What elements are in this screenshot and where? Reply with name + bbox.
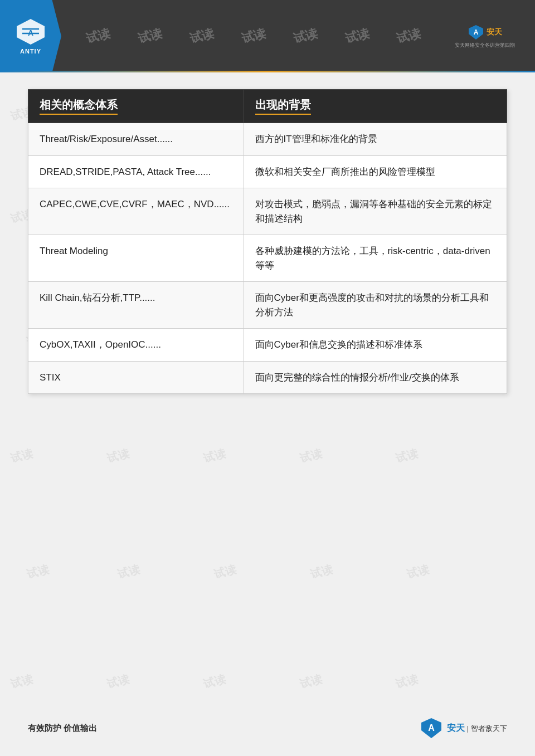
table-row: Threat/Risk/Exposure/Asset......西方的IT管理和… xyxy=(28,123,507,156)
body-watermark-17: 试读 xyxy=(105,446,131,466)
body-watermark-24: 试读 xyxy=(309,562,334,582)
table-cell-right: 对攻击模式，脆弱点，漏洞等各种基础的安全元素的标定和描述结构 xyxy=(244,188,507,235)
table-cell-left: DREAD,STRIDE,PASTA, Attack Tree...... xyxy=(28,155,244,188)
body-watermark-20: 试读 xyxy=(395,446,420,466)
wm-1: 试读 xyxy=(84,25,112,47)
table-cell-left: Threat Modeling xyxy=(28,235,244,282)
body-watermark-27: 试读 xyxy=(105,671,131,691)
company-subtitle: 安天网络安全冬训营第四期 xyxy=(455,42,515,49)
concept-table: 相关的概念体系 出现的背景 Threat/Risk/Exposure/Asset… xyxy=(28,89,507,394)
table-row: CAPEC,CWE,CVE,CVRF，MAEC，NVD......对攻击模式，脆… xyxy=(28,188,507,235)
wm-7: 试读 xyxy=(395,25,422,47)
logo-box: A ANTIY xyxy=(0,0,61,72)
table-cell-right: 面向Cyber和更高强度的攻击和对抗的场景的分析工具和分析方法 xyxy=(244,282,507,329)
header-watermarks: 试读 试读 试读 试读 试读 试读 试读 xyxy=(61,28,446,45)
table-row: STIX面向更完整的综合性的情报分析/作业/交换的体系 xyxy=(28,361,507,394)
body-watermark-16: 试读 xyxy=(9,446,35,466)
col2-header: 出现的背景 xyxy=(244,90,507,123)
table-row: Kill Chain,钻石分析,TTP......面向Cyber和更高强度的攻击… xyxy=(28,282,507,329)
table-cell-left: CybOX,TAXII，OpenIOC...... xyxy=(28,329,244,362)
table-row: DREAD,STRIDE,PASTA, Attack Tree......微软和… xyxy=(28,155,507,188)
wm-4: 试读 xyxy=(240,25,268,47)
body-watermark-23: 试读 xyxy=(212,562,238,582)
footer-left-text: 有效防护 价值输出 xyxy=(28,723,97,734)
company-name: 安天 xyxy=(487,27,502,37)
svg-text:A: A xyxy=(474,28,479,36)
header-brand: A 安天 xyxy=(468,24,502,41)
wm-6: 试读 xyxy=(343,25,371,47)
body-watermark-18: 试读 xyxy=(202,446,227,466)
wm-5: 试读 xyxy=(291,25,319,47)
footer-slogan-text: 智者敌天下 xyxy=(471,724,507,734)
table-cell-right: 各种威胁建模的方法论，工具，risk-centric，data-driven等等 xyxy=(244,235,507,282)
body-watermark-26: 试读 xyxy=(9,671,35,691)
table-cell-left: CAPEC,CWE,CVE,CVRF，MAEC，NVD...... xyxy=(28,188,244,235)
body-watermark-29: 试读 xyxy=(298,671,324,691)
table-cell-right: 面向更完整的综合性的情报分析/作业/交换的体系 xyxy=(244,361,507,394)
footer: 有效防护 价值输出 A 安天 | 智者敌天下 xyxy=(28,717,507,739)
body-watermark-30: 试读 xyxy=(395,671,420,691)
footer-antiy-text: 安天 xyxy=(447,723,465,734)
table-cell-left: Kill Chain,钻石分析,TTP...... xyxy=(28,282,244,329)
table-row: CybOX,TAXII，OpenIOC......面向Cyber和信息交换的描述… xyxy=(28,329,507,362)
main-content: 相关的概念体系 出现的背景 Threat/Risk/Exposure/Asset… xyxy=(28,89,507,394)
footer-right: A 安天 | 智者敌天下 xyxy=(420,717,507,739)
footer-shield-icon: A xyxy=(420,717,442,739)
antiy-shield-icon: A xyxy=(468,24,484,41)
wm-3: 试读 xyxy=(188,25,216,47)
footer-brand: 安天 | 智者敌天下 xyxy=(447,723,507,734)
table-cell-left: STIX xyxy=(28,361,244,394)
body-watermark-22: 试读 xyxy=(116,562,142,582)
table-cell-left: Threat/Risk/Exposure/Asset...... xyxy=(28,123,244,156)
antiy-logo-icon: A xyxy=(14,18,47,46)
header-border xyxy=(0,71,535,72)
body-watermark-21: 试读 xyxy=(25,562,51,582)
body-watermark-19: 试读 xyxy=(298,446,324,466)
body-watermark-25: 试读 xyxy=(405,562,431,582)
wm-2: 试读 xyxy=(136,25,164,47)
body-watermark-28: 试读 xyxy=(202,671,227,691)
header-right-logo: A 安天 安天网络安全冬训营第四期 xyxy=(446,14,524,58)
table-row: Threat Modeling各种威胁建模的方法论，工具，risk-centri… xyxy=(28,235,507,282)
svg-text:A: A xyxy=(428,723,435,733)
table-cell-right: 西方的IT管理和标准化的背景 xyxy=(244,123,507,156)
table-header-row: 相关的概念体系 出现的背景 xyxy=(28,90,507,123)
logo-text: ANTIY xyxy=(20,48,41,55)
header: A ANTIY 试读 试读 试读 试读 试读 试读 试读 A 安天 安天网络安全… xyxy=(0,0,535,72)
col1-header: 相关的概念体系 xyxy=(28,90,244,123)
table-cell-right: 微软和相关安全厂商所推出的风险管理模型 xyxy=(244,155,507,188)
table-cell-right: 面向Cyber和信息交换的描述和标准体系 xyxy=(244,329,507,362)
